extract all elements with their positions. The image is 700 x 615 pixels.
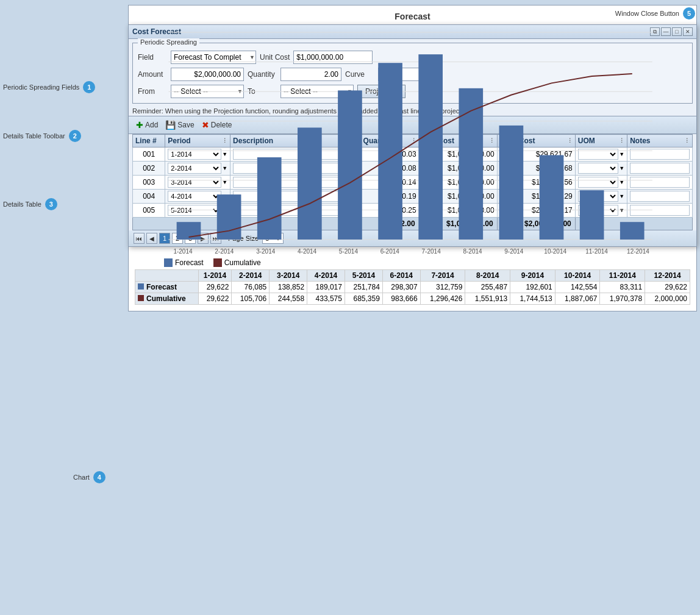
bar [298,127,322,240]
x-label: 6-2014 [369,248,410,255]
add-label: Add [145,121,158,129]
chart-data-cell: 298,307 [382,282,420,293]
chart-data-cell: 244,558 [270,293,307,305]
ann1-label: Periodic Spreading Fields [3,84,79,91]
add-button[interactable]: ✚ Add [134,119,160,131]
chart-data-cell: 29,622 [198,293,232,305]
bar [338,90,362,240]
close-button[interactable]: ✕ [683,27,693,36]
bar [499,126,524,240]
col-line: Line # [133,135,165,148]
chart-data-row: Cumulative29,622105,706244,558433,575685… [135,293,690,305]
chart-data-cell: 1,744,513 [510,293,555,305]
ann1-bubble: 1 [83,81,95,93]
x-label: 4-2014 [287,248,328,255]
chart-data-row: Forecast29,62276,085138,852189,017251,78… [135,282,690,293]
chart-main: 1-20142-20143-20144-20145-20146-20147-20… [162,26,659,255]
x-label: 1-2014 [162,248,204,255]
chart-section: Forecast 3500003000002500002000001500001… [128,5,697,311]
chart-header-label: 10-2014 [555,270,600,282]
cell-line: 005 [133,204,165,218]
chart-header-label: 12-2014 [645,270,690,282]
x-label: 12-2014 [618,248,659,255]
maximize-button[interactable]: □ [672,27,682,36]
chart-data-cell: 983,666 [382,293,420,305]
chart-data-cell: 1,887,067 [555,293,600,305]
annotation-1: Periodic Spreading Fields 1 [3,81,95,93]
chart-data-cell: 105,706 [232,293,270,305]
x-label: 3-2014 [245,248,287,255]
chart-row-label: Cumulative [135,293,199,305]
chart-header-label: 1-2014 [198,270,232,282]
ann3-bubble: 3 [45,198,57,210]
cumulative-color-box [138,295,144,301]
chart-data-table: 1-20142-20143-20144-20145-20146-20147-20… [135,269,690,305]
chart-data-cell: 29,622 [198,282,232,293]
chart-data-cell: 685,359 [345,293,382,305]
x-label: 5-2014 [327,248,369,255]
bar [620,222,645,240]
forecast-legend-box [164,258,173,267]
bar [580,190,604,240]
add-icon: ✚ [136,120,143,130]
chart-title: Forecast [135,12,690,21]
chart-data-table-wrap: 1-20142-20143-20144-20145-20146-20147-20… [135,269,690,305]
chart-header-label: 11-2014 [600,270,645,282]
cell-line: 001 [133,148,165,162]
chart-data-cell: 1,970,378 [600,293,645,305]
annotation-2: Details Table Toolbar 2 [3,130,81,142]
chart-data-cell: 312,759 [420,282,465,293]
bar [257,157,282,240]
wcb-annotation-label: Window Close Button [615,10,679,17]
chart-data-cell: 76,085 [232,282,270,293]
chart-data-cell: 1,296,426 [420,293,465,305]
wcb-annotation: Window Close Button 5 [615,7,695,20]
ann3-label: Details Table [3,201,41,208]
x-label: 7-2014 [410,248,452,255]
ann2-bubble: 2 [69,130,81,142]
chart-header-label: 5-2014 [345,270,382,282]
chart-data-cell: 138,852 [270,282,307,293]
cumulative-legend-box [213,258,222,267]
bar [378,63,402,240]
ann2-label: Details Table Toolbar [3,132,65,140]
cumulative-line [189,74,632,237]
annotation-3: Details Table 3 [3,198,57,210]
chart-data-cell: 255,487 [465,282,510,293]
chart-data-cell: 1,551,913 [465,293,510,305]
chart-data-cell: 2,000,000 [645,293,690,305]
wcb-bubble: 5 [683,7,695,20]
chart-header-label: 2-2014 [232,270,270,282]
x-label: 11-2014 [576,248,618,255]
cumulative-legend-label: Cumulative [224,258,261,267]
page-first-button[interactable]: ⏮ [134,233,145,244]
minimize-button[interactable]: — [661,27,671,36]
bar [217,194,241,240]
chart-header-label: 7-2014 [420,270,465,282]
legend-forecast: Forecast [164,258,204,267]
chart-svg [162,26,659,246]
bar [418,54,443,240]
chart-legend: Forecast Cumulative [135,258,690,267]
cell-line: 004 [133,190,165,204]
chart-header-empty [135,270,199,282]
chart-header-label: 6-2014 [382,270,420,282]
chart-data-cell: 83,311 [600,282,645,293]
chart-data-cell: 192,601 [510,282,555,293]
annotation-4: Chart 4 [73,471,105,483]
chart-table-header: 1-20142-20143-20144-20145-20146-20147-20… [135,270,690,282]
forecast-legend-label: Forecast [175,258,204,267]
chart-data-cell: 189,017 [307,282,345,293]
x-label: 9-2014 [493,248,535,255]
x-label: 8-2014 [452,248,493,255]
cell-line: 002 [133,162,165,176]
legend-cumulative: Cumulative [213,258,261,267]
chart-data-cell: 29,622 [645,282,690,293]
bar [540,155,564,240]
x-label: 2-2014 [204,248,245,255]
page-prev-button[interactable]: ◀ [146,233,157,244]
chart-header-label: 8-2014 [465,270,510,282]
forecast-color-box [138,283,144,290]
chart-data-cell: 433,575 [307,293,345,305]
chart-header-label: 9-2014 [510,270,555,282]
